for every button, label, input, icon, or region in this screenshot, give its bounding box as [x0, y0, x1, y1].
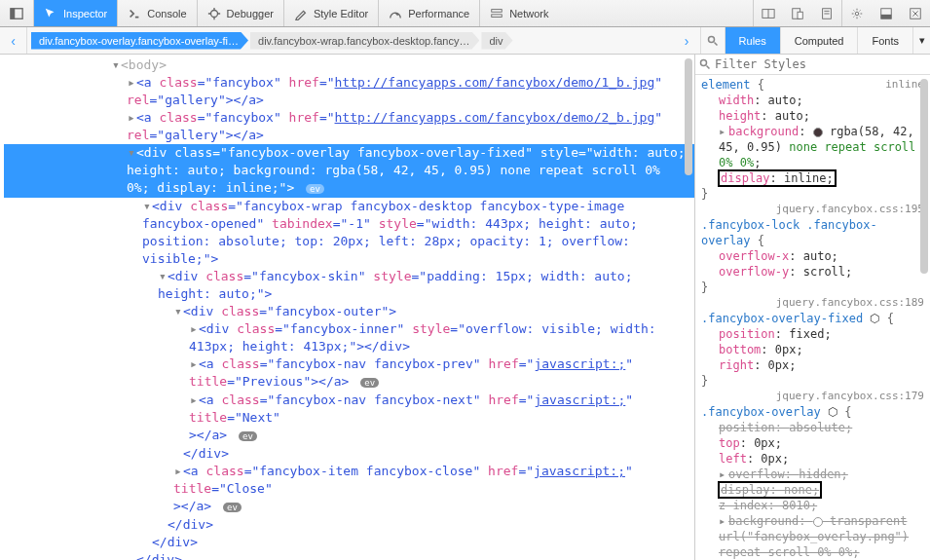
dom-tree[interactable]: ▾<body> ▸<a class="fancybox" href="http:…: [0, 55, 694, 560]
svg-rect-14: [881, 14, 892, 18]
dock-icon: [879, 7, 893, 20]
responsive-button[interactable]: [783, 0, 812, 26]
toggle-pane-button[interactable]: [0, 0, 33, 26]
rules-panel: element {inline width: auto; height: aut…: [694, 55, 930, 560]
search-icon: [707, 35, 719, 47]
rules-list[interactable]: element {inline width: auto; height: aut…: [695, 75, 930, 560]
nav-back-button[interactable]: ‹: [0, 27, 27, 54]
split-icon: [762, 7, 775, 20]
close-icon: [909, 7, 922, 20]
svg-point-12: [855, 12, 859, 16]
console-icon: [128, 7, 141, 20]
panel-icon: [10, 7, 23, 20]
scratchpad-button[interactable]: [812, 0, 841, 26]
nav-forward-button[interactable]: ›: [674, 27, 701, 54]
gear-icon: [850, 7, 864, 20]
svg-point-16: [708, 36, 714, 42]
breadcrumb-bar: ‹ div.fancybox-overlay.fancybox-overlay-…: [0, 27, 930, 55]
scratchpad-icon: [820, 7, 834, 20]
rule-source-link[interactable]: jquery.fancybox.css:195: [701, 202, 924, 217]
network-icon: [490, 7, 503, 20]
tab-debugger[interactable]: Debugger: [198, 0, 283, 26]
devtools-toolbar: Inspector Console Debugger Style Editor …: [0, 0, 930, 27]
rule-source-link[interactable]: jquery.fancybox.css:189: [701, 295, 924, 311]
split-view-button[interactable]: [754, 0, 783, 26]
svg-rect-3: [492, 9, 502, 12]
performance-icon: [389, 7, 402, 20]
svg-rect-8: [798, 12, 802, 19]
tab-style-editor[interactable]: Style Editor: [284, 0, 378, 26]
breadcrumb-item-1[interactable]: div.fancybox-overlay.fancybox-overlay-fi…: [31, 32, 248, 50]
responsive-icon: [791, 7, 804, 20]
side-tab-computed[interactable]: Computed: [780, 27, 858, 54]
svg-point-18: [701, 60, 707, 66]
style-editor-icon: [294, 7, 308, 20]
svg-line-19: [707, 66, 710, 69]
breadcrumb-item-3[interactable]: div: [481, 32, 512, 50]
filter-styles-input[interactable]: [715, 57, 926, 71]
side-tab-fonts[interactable]: Fonts: [857, 27, 912, 54]
settings-button[interactable]: [842, 0, 872, 26]
close-button[interactable]: [901, 0, 930, 26]
dock-button[interactable]: [872, 0, 901, 26]
tab-network[interactable]: Network: [480, 0, 558, 26]
svg-point-2: [210, 10, 217, 17]
side-tab-overflow[interactable]: ▾: [912, 27, 930, 54]
breadcrumb: div.fancybox-overlay.fancybox-overlay-fi…: [27, 27, 674, 54]
tab-console[interactable]: Console: [118, 0, 196, 26]
breadcrumb-item-2[interactable]: div.fancybox-wrap.fancybox-desktop.fancy…: [250, 32, 479, 50]
dom-search-button[interactable]: [701, 27, 725, 54]
scrollbar-thumb[interactable]: [685, 58, 692, 175]
scrollbar-thumb[interactable]: [920, 79, 928, 274]
inspector-icon: [44, 7, 57, 20]
tab-performance[interactable]: Performance: [379, 0, 479, 26]
svg-line-17: [714, 42, 717, 45]
search-icon: [699, 58, 711, 70]
svg-rect-1: [11, 8, 15, 19]
side-tab-rules[interactable]: Rules: [725, 27, 780, 54]
svg-rect-4: [492, 14, 502, 17]
rule-source-link[interactable]: jquery.fancybox.css:179: [701, 389, 924, 404]
tab-inspector[interactable]: Inspector: [34, 0, 117, 26]
selected-node: ▾<div class="fancybox-overlay fancybox-o…: [4, 144, 694, 198]
debugger-icon: [207, 7, 221, 20]
